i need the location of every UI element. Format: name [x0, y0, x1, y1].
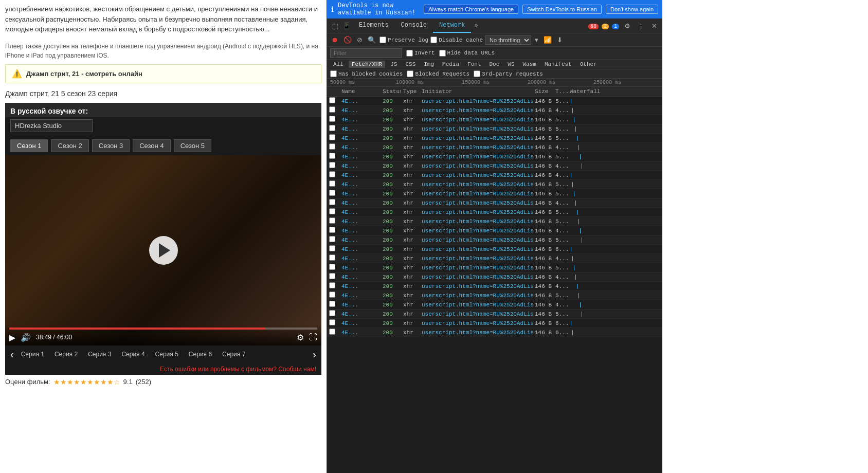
row-name[interactable]: 4E... — [339, 283, 381, 289]
invert-label[interactable]: Invert — [406, 50, 435, 57]
table-row[interactable]: 4E... 200 xhr userscript.html?name=RU%25… — [327, 272, 662, 282]
mobile-icon[interactable]: 📱 — [340, 21, 353, 31]
cursor-icon[interactable]: ⬚ — [330, 21, 340, 31]
table-row[interactable]: 4E... 200 xhr userscript.html?name=RU%25… — [327, 198, 662, 208]
preserve-log-checkbox[interactable] — [379, 37, 386, 43]
filter-media[interactable]: Media — [439, 61, 462, 68]
row-checkbox[interactable] — [329, 329, 335, 335]
close-icon[interactable]: ✕ — [649, 21, 659, 31]
row-name[interactable]: 4E... — [339, 228, 381, 234]
row-initiator[interactable]: userscript.html?name=RU%2520AdLis... — [420, 219, 533, 225]
row-name[interactable]: 4E... — [339, 98, 381, 104]
row-name[interactable]: 4E... — [339, 172, 381, 178]
filter-input[interactable] — [330, 48, 402, 58]
row-initiator[interactable]: userscript.html?name=RU%2520AdLis... — [420, 98, 533, 104]
volume-button[interactable]: 🔊 — [21, 333, 31, 342]
filter-other[interactable]: Other — [577, 61, 600, 68]
row-name[interactable]: 4E... — [339, 126, 381, 132]
row-initiator[interactable]: userscript.html?name=RU%2520AdLis... — [420, 265, 533, 271]
row-checkbox[interactable] — [329, 292, 335, 298]
row-initiator[interactable]: userscript.html?name=RU%2520AdLis... — [420, 228, 533, 234]
table-row[interactable]: 4E... 200 xhr userscript.html?name=RU%25… — [327, 171, 662, 180]
filter-wasm[interactable]: Wasm — [520, 61, 539, 68]
table-row[interactable]: 4E... 200 xhr userscript.html?name=RU%25… — [327, 235, 662, 245]
table-row[interactable]: 4E... 200 xhr userscript.html?name=RU%25… — [327, 106, 662, 115]
row-checkbox[interactable] — [329, 143, 335, 150]
row-checkbox[interactable] — [329, 162, 335, 168]
disable-cache-label[interactable]: Disable cache — [430, 37, 483, 43]
row-name[interactable]: 4E... — [339, 135, 381, 141]
row-checkbox[interactable] — [329, 310, 335, 316]
row-checkbox[interactable] — [329, 97, 335, 103]
ep-nav-prev[interactable]: ‹ — [7, 349, 17, 360]
table-row[interactable]: 4E... 200 xhr userscript.html?name=RU%25… — [327, 97, 662, 106]
tab-network[interactable]: Network — [433, 19, 471, 33]
row-name[interactable]: 4E... — [339, 219, 381, 225]
btn-match-language[interactable]: Always match Chrome's language — [424, 5, 518, 14]
throttle-down-icon[interactable]: ▾ — [533, 35, 540, 45]
row-initiator[interactable]: userscript.html?name=RU%2520AdLis... — [420, 237, 533, 243]
episode-6[interactable]: Серия 6 — [185, 349, 216, 360]
filter-fetch-xhr[interactable]: Fetch/XHR — [349, 61, 385, 68]
row-name[interactable]: 4E... — [339, 163, 381, 169]
table-row[interactable]: 4E... 200 xhr userscript.html?name=RU%25… — [327, 124, 662, 134]
row-checkbox[interactable] — [329, 208, 335, 214]
table-row[interactable]: 4E... 200 xhr userscript.html?name=RU%25… — [327, 291, 662, 300]
tab-console[interactable]: Console — [395, 19, 433, 33]
row-checkbox[interactable] — [329, 199, 335, 205]
row-name[interactable]: 4E... — [339, 200, 381, 206]
error-report[interactable]: Есть ошибки или проблемы с фильмом? Сооб… — [5, 363, 321, 375]
row-initiator[interactable]: userscript.html?name=RU%2520AdLis... — [420, 144, 533, 151]
row-initiator[interactable]: userscript.html?name=RU%2520AdLis... — [420, 172, 533, 178]
col-header-size[interactable]: Size — [533, 88, 553, 95]
row-initiator[interactable]: userscript.html?name=RU%2520AdLis... — [420, 154, 533, 160]
table-row[interactable]: 4E... 200 xhr userscript.html?name=RU%25… — [327, 134, 662, 143]
row-name[interactable]: 4E... — [339, 246, 381, 252]
row-name[interactable]: 4E... — [339, 154, 381, 160]
row-initiator[interactable]: userscript.html?name=RU%2520AdLis... — [420, 302, 533, 308]
table-row[interactable]: 4E... 200 xhr userscript.html?name=RU%25… — [327, 189, 662, 198]
row-initiator[interactable]: userscript.html?name=RU%2520AdLis... — [420, 117, 533, 123]
row-checkbox[interactable] — [329, 301, 335, 307]
season-tab-5[interactable]: Сезон 5 — [174, 139, 211, 152]
filter-img[interactable]: Img — [421, 61, 437, 68]
table-row[interactable]: 4E... 200 xhr userscript.html?name=RU%25… — [327, 115, 662, 124]
third-party-checkbox[interactable] — [474, 70, 480, 77]
blocked-requests-checkbox[interactable] — [407, 70, 413, 77]
table-row[interactable]: 4E... 200 xhr userscript.html?name=RU%25… — [327, 254, 662, 263]
row-checkbox[interactable] — [329, 236, 335, 242]
row-initiator[interactable]: userscript.html?name=RU%2520AdLis... — [420, 256, 533, 262]
settings-icon[interactable]: ⚙ — [622, 21, 632, 31]
row-checkbox[interactable] — [329, 125, 335, 131]
btn-dont-show[interactable]: Don't show again — [606, 5, 658, 14]
tab-more[interactable]: » — [471, 19, 481, 32]
row-checkbox[interactable] — [329, 227, 335, 233]
filter-font[interactable]: Font — [464, 61, 484, 68]
row-initiator[interactable]: userscript.html?name=RU%2520AdLis... — [420, 320, 533, 326]
season-tab-3[interactable]: Сезон 3 — [92, 139, 130, 152]
row-checkbox[interactable] — [329, 171, 335, 177]
stars[interactable]: ★★★★★★★★★☆ — [53, 378, 120, 386]
more-options-icon[interactable]: ⋮ — [636, 21, 646, 31]
row-checkbox[interactable] — [329, 273, 335, 279]
row-name[interactable]: 4E... — [339, 237, 381, 243]
row-name[interactable]: 4E... — [339, 274, 381, 280]
import-icon[interactable]: ⬇ — [555, 35, 564, 45]
blocked-requests-label[interactable]: Blocked Requests — [407, 70, 469, 77]
row-name[interactable]: 4E... — [339, 320, 381, 326]
table-row[interactable]: 4E... 200 xhr userscript.html?name=RU%25… — [327, 263, 662, 272]
row-name[interactable]: 4E... — [339, 107, 381, 114]
filter-ws[interactable]: WS — [504, 61, 517, 68]
row-name[interactable]: 4E... — [339, 117, 381, 123]
table-row[interactable]: 4E... 200 xhr userscript.html?name=RU%25… — [327, 226, 662, 235]
progress-bar[interactable] — [9, 328, 317, 330]
hide-data-urls-checkbox[interactable] — [439, 50, 446, 57]
row-initiator[interactable]: userscript.html?name=RU%2520AdLis... — [420, 209, 533, 215]
table-row[interactable]: 4E... 200 xhr userscript.html?name=RU%25… — [327, 217, 662, 226]
table-row[interactable]: 4E... 200 xhr userscript.html?name=RU%25… — [327, 300, 662, 310]
row-name[interactable]: 4E... — [339, 209, 381, 215]
invert-checkbox[interactable] — [406, 50, 413, 57]
row-name[interactable]: 4E... — [339, 256, 381, 262]
disable-cache-checkbox[interactable] — [430, 37, 437, 43]
row-initiator[interactable]: userscript.html?name=RU%2520AdLis... — [420, 135, 533, 141]
